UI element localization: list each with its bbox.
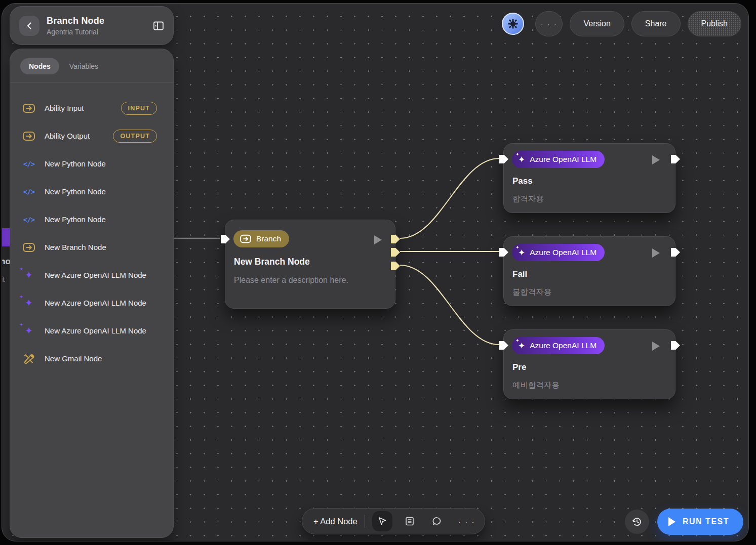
llm-node-description: 합격자용 — [512, 194, 544, 204]
sparkles-icon: ✦ — [22, 326, 35, 336]
llm-node-title: Pre — [512, 362, 526, 372]
llm-node-badge: ✦ Azure OpenAI LLM — [512, 337, 605, 354]
run-area: RUN TEST — [625, 509, 743, 535]
branch-node-title: New Branch Node — [234, 257, 310, 267]
llm-badge-label: Azure OpenAI LLM — [530, 248, 596, 257]
topbar-actions: · · · Version Share Publish — [502, 11, 741, 36]
branch-node-badge: Branch — [233, 230, 289, 247]
toolbar-more-button[interactable]: · · · — [454, 517, 479, 526]
sidebar-item-label: Ability Output — [45, 132, 104, 140]
branch-node-description: Please enter a description here. — [234, 276, 348, 285]
code-icon: </> — [22, 216, 35, 224]
history-button[interactable] — [625, 510, 649, 534]
sidebar-item-azure-llm-node[interactable]: ✦ New Azure OpenAI LLM Node — [18, 289, 165, 317]
tab-nodes[interactable]: Nodes — [20, 58, 59, 74]
sidebar-item-label: Ability Input — [45, 104, 112, 112]
llm-output-connector[interactable] — [671, 341, 680, 350]
branch-output-connector-2[interactable] — [391, 248, 400, 257]
page-title: Branch Node — [47, 16, 146, 26]
back-button[interactable] — [19, 16, 39, 36]
sidebar-item-branch-node[interactable]: New Branch Node — [18, 233, 165, 261]
llm-input-connector[interactable] — [499, 155, 508, 163]
run-test-label: RUN TEST — [683, 517, 729, 526]
branch-node-card[interactable]: Branch New Branch Node Please enter a de… — [225, 220, 395, 309]
sidebar-item-ability-output[interactable]: Ability Output OUTPUT — [18, 122, 165, 150]
input-badge: INPUT — [121, 102, 157, 115]
llm-node-badge: ✦ Azure OpenAI LLM — [512, 244, 605, 261]
sidebar-item-label: New Branch Node — [45, 243, 157, 251]
sidebar-item-azure-llm-node[interactable]: ✦ New Azure OpenAI LLM Node — [18, 261, 165, 289]
llm-node-fail[interactable]: ✦ Azure OpenAI LLM Fail 불합격자용 — [503, 236, 675, 306]
sidebar-item-label: New Azure OpenAI LLM Node — [45, 326, 157, 335]
run-node-button[interactable] — [652, 155, 660, 164]
share-button[interactable]: Share — [631, 11, 681, 36]
add-node-button[interactable]: + Add Node — [313, 517, 357, 526]
llm-node-pre[interactable]: ✦ Azure OpenAI LLM Pre 예비합격자용 — [503, 329, 675, 399]
notes-tool-button[interactable] — [400, 511, 420, 531]
sidebar-item-label: New Python Node — [45, 215, 157, 224]
sidebar-item-label: New Python Node — [45, 159, 157, 168]
page-subtitle: Agentria Tutorial — [47, 28, 146, 36]
llm-node-title: Fail — [512, 269, 527, 279]
tools-icon — [22, 353, 35, 365]
play-icon — [668, 517, 675, 526]
arrow-box-icon — [22, 131, 35, 142]
sidebar-collapse-button[interactable] — [153, 20, 164, 31]
tab-variables[interactable]: Variables — [64, 58, 103, 74]
offscreen-node-badge-fragment — [2, 228, 10, 246]
branch-output-connector-3[interactable] — [391, 262, 400, 270]
sidebar-item-label: New Azure OpenAI LLM Node — [45, 271, 157, 279]
code-icon: </> — [22, 188, 35, 196]
document-icon — [405, 516, 415, 526]
more-options-button[interactable]: · · · — [535, 11, 563, 36]
sparkles-icon: ✦ — [518, 155, 525, 164]
sidebar-item-ability-input[interactable]: Ability Input INPUT — [18, 94, 165, 122]
comment-tool-button[interactable] — [427, 511, 447, 531]
llm-node-description: 불합격자용 — [512, 287, 552, 298]
app-window: no it Branch Node Agentria Tutorial Node… — [2, 3, 749, 541]
llm-node-badge: ✦ Azure OpenAI LLM — [512, 151, 605, 168]
sidebar-item-python-node[interactable]: </> New Python Node — [18, 205, 165, 233]
sidebar-item-python-node[interactable]: </> New Python Node — [18, 150, 165, 178]
sparkles-icon: ✦ — [518, 248, 525, 257]
sparkles-icon: ✦ — [22, 270, 35, 280]
sidebar-item-label: New Python Node — [45, 187, 157, 196]
sidebar-item-gmail-node[interactable]: New Gmail Node — [18, 345, 165, 372]
llm-input-connector[interactable] — [499, 341, 508, 350]
branch-input-connector[interactable] — [221, 235, 230, 243]
output-badge: OUTPUT — [113, 130, 157, 143]
llm-badge-label: Azure OpenAI LLM — [530, 341, 596, 350]
llm-node-title: Pass — [512, 176, 533, 186]
node-palette-sidebar: Nodes Variables Ability Input INPUT Abil… — [10, 49, 174, 538]
arrow-box-icon — [22, 103, 35, 114]
publish-button[interactable]: Publish — [688, 11, 741, 36]
branch-output-connector-1[interactable] — [391, 235, 400, 243]
chat-bubble-icon — [432, 516, 442, 526]
llm-node-description: 예비합격자용 — [512, 380, 560, 391]
llm-output-connector[interactable] — [671, 248, 680, 257]
header-texts: Branch Node Agentria Tutorial — [47, 16, 146, 36]
arrow-box-icon — [22, 242, 35, 253]
offscreen-node-fragment: no it — [2, 225, 10, 288]
arrow-box-icon — [240, 234, 252, 244]
run-node-button[interactable] — [374, 235, 382, 244]
chevron-left-icon — [25, 22, 33, 30]
sparkles-icon: ✦ — [22, 298, 35, 308]
cursor-icon — [377, 516, 387, 526]
llm-input-connector[interactable] — [499, 248, 508, 257]
app-settings-button[interactable] — [502, 13, 524, 35]
branch-badge-label: Branch — [256, 234, 281, 243]
run-node-button[interactable] — [652, 248, 660, 258]
run-node-button[interactable] — [652, 342, 660, 351]
sidebar-item-python-node[interactable]: </> New Python Node — [18, 178, 165, 205]
llm-node-pass[interactable]: ✦ Azure OpenAI LLM Pass 합격자용 — [503, 143, 675, 213]
offscreen-node-title-fragment: no — [2, 257, 10, 267]
select-tool-button[interactable] — [372, 511, 392, 531]
gear-icon — [507, 18, 519, 30]
version-button[interactable]: Version — [570, 11, 624, 36]
llm-output-connector[interactable] — [671, 155, 680, 163]
sidebar-item-azure-llm-node[interactable]: ✦ New Azure OpenAI LLM Node — [18, 317, 165, 345]
header: Branch Node Agentria Tutorial — [10, 6, 174, 45]
run-test-button[interactable]: RUN TEST — [657, 509, 743, 535]
history-icon — [631, 516, 643, 527]
